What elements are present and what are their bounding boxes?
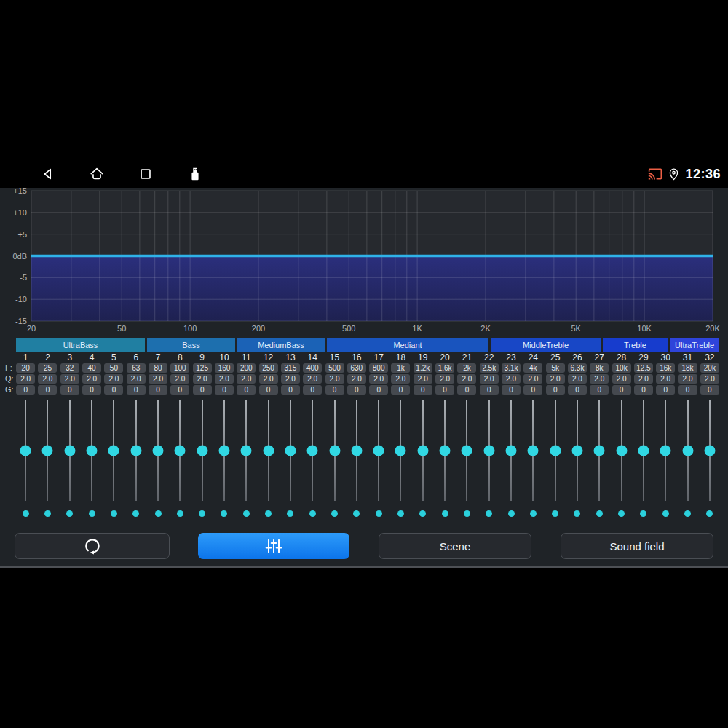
slider-knob[interactable] xyxy=(594,446,605,456)
gain-slider[interactable] xyxy=(108,400,119,501)
freq-value[interactable]: 1k xyxy=(391,363,410,373)
gain-value[interactable]: 0 xyxy=(303,385,322,395)
q-value[interactable]: 2.0 xyxy=(369,374,388,384)
q-value[interactable]: 2.0 xyxy=(127,374,146,384)
q-value[interactable]: 2.0 xyxy=(347,374,366,384)
slider-knob[interactable] xyxy=(506,446,517,456)
freq-value[interactable]: 40 xyxy=(82,363,101,373)
gain-slider[interactable] xyxy=(550,400,561,501)
gain-slider[interactable] xyxy=(373,400,384,501)
freq-value[interactable]: 10k xyxy=(612,363,631,373)
gain-slider[interactable] xyxy=(660,400,671,501)
gain-value[interactable]: 0 xyxy=(38,385,57,395)
q-value[interactable]: 2.0 xyxy=(546,374,565,384)
q-value[interactable]: 2.0 xyxy=(215,374,234,384)
q-value[interactable]: 2.0 xyxy=(457,374,476,384)
freq-value[interactable]: 500 xyxy=(325,363,344,373)
gain-slider[interactable] xyxy=(64,400,76,501)
gain-slider[interactable] xyxy=(351,400,363,501)
slider-knob[interactable] xyxy=(218,446,229,456)
gain-slider[interactable] xyxy=(174,400,186,501)
gain-value[interactable]: 0 xyxy=(435,385,454,395)
gain-value[interactable]: 0 xyxy=(700,385,719,395)
gain-slider[interactable] xyxy=(616,400,628,501)
q-value[interactable]: 2.0 xyxy=(523,374,542,384)
freq-value[interactable]: 8k xyxy=(590,363,609,373)
gain-value[interactable]: 0 xyxy=(391,385,410,395)
q-value[interactable]: 2.0 xyxy=(700,374,719,384)
slider-knob[interactable] xyxy=(329,446,340,456)
gain-slider[interactable] xyxy=(152,400,164,501)
gain-slider[interactable] xyxy=(86,400,98,501)
q-value[interactable]: 2.0 xyxy=(634,374,653,384)
gain-value[interactable]: 0 xyxy=(104,385,123,395)
gain-value[interactable]: 0 xyxy=(215,385,234,395)
sound-field-button[interactable]: Sound field xyxy=(561,533,713,559)
freq-value[interactable]: 800 xyxy=(369,363,388,373)
reset-button[interactable] xyxy=(15,533,170,559)
gain-value[interactable]: 0 xyxy=(523,385,542,395)
slider-knob[interactable] xyxy=(638,446,649,456)
back-icon[interactable] xyxy=(40,166,56,182)
slider-knob[interactable] xyxy=(483,446,494,456)
gain-value[interactable]: 0 xyxy=(281,385,300,395)
freq-value[interactable]: 630 xyxy=(347,363,366,373)
slider-knob[interactable] xyxy=(682,446,693,456)
slider-knob[interactable] xyxy=(462,446,472,456)
gain-slider[interactable] xyxy=(41,400,53,501)
gain-value[interactable]: 0 xyxy=(259,385,278,395)
q-value[interactable]: 2.0 xyxy=(656,374,675,384)
q-value[interactable]: 2.0 xyxy=(60,374,79,384)
q-value[interactable]: 2.0 xyxy=(502,374,521,384)
gain-slider[interactable] xyxy=(483,400,495,501)
freq-value[interactable]: 32 xyxy=(60,363,79,373)
gain-value[interactable]: 0 xyxy=(193,385,212,395)
gain-value[interactable]: 0 xyxy=(347,385,366,395)
usb-icon[interactable] xyxy=(187,166,203,182)
q-value[interactable]: 2.0 xyxy=(16,374,35,384)
slider-knob[interactable] xyxy=(42,446,53,456)
slider-knob[interactable] xyxy=(440,446,451,456)
equalizer-button[interactable] xyxy=(198,533,349,559)
band-segment[interactable]: Treble xyxy=(603,338,670,352)
q-value[interactable]: 2.0 xyxy=(325,374,344,384)
gain-value[interactable]: 0 xyxy=(149,385,167,395)
recents-icon[interactable] xyxy=(138,166,154,182)
q-value[interactable]: 2.0 xyxy=(414,374,432,384)
slider-knob[interactable] xyxy=(307,446,318,456)
slider-knob[interactable] xyxy=(660,446,671,456)
q-value[interactable]: 2.0 xyxy=(303,374,322,384)
slider-knob[interactable] xyxy=(153,446,164,456)
scene-button[interactable]: Scene xyxy=(379,533,531,559)
home-icon[interactable] xyxy=(89,166,105,182)
gain-value[interactable]: 0 xyxy=(590,385,609,395)
gain-slider[interactable] xyxy=(527,400,539,501)
q-value[interactable]: 2.0 xyxy=(170,374,189,384)
freq-value[interactable]: 80 xyxy=(149,363,167,373)
slider-knob[interactable] xyxy=(20,446,31,456)
slider-knob[interactable] xyxy=(395,446,406,456)
slider-knob[interactable] xyxy=(550,446,561,456)
q-value[interactable]: 2.0 xyxy=(568,374,587,384)
freq-value[interactable]: 18k xyxy=(678,363,697,373)
freq-value[interactable]: 5k xyxy=(546,363,565,373)
slider-knob[interactable] xyxy=(197,446,207,456)
gain-slider[interactable] xyxy=(240,400,252,501)
freq-value[interactable]: 25 xyxy=(38,363,57,373)
gain-slider[interactable] xyxy=(505,400,517,501)
gain-value[interactable]: 0 xyxy=(634,385,653,395)
gain-value[interactable]: 0 xyxy=(612,385,631,395)
freq-value[interactable]: 2k xyxy=(457,363,476,373)
slider-knob[interactable] xyxy=(87,446,98,456)
freq-value[interactable]: 1.2k xyxy=(414,363,432,373)
band-segment[interactable]: Bass xyxy=(147,338,237,352)
gain-value[interactable]: 0 xyxy=(502,385,521,395)
q-value[interactable]: 2.0 xyxy=(149,374,167,384)
freq-value[interactable]: 16k xyxy=(656,363,675,373)
slider-knob[interactable] xyxy=(704,446,715,456)
slider-knob[interactable] xyxy=(241,446,252,456)
q-value[interactable]: 2.0 xyxy=(82,374,101,384)
band-segment[interactable]: MiddleTreble xyxy=(491,338,603,352)
freq-value[interactable]: 100 xyxy=(170,363,189,373)
freq-value[interactable]: 4k xyxy=(523,363,542,373)
